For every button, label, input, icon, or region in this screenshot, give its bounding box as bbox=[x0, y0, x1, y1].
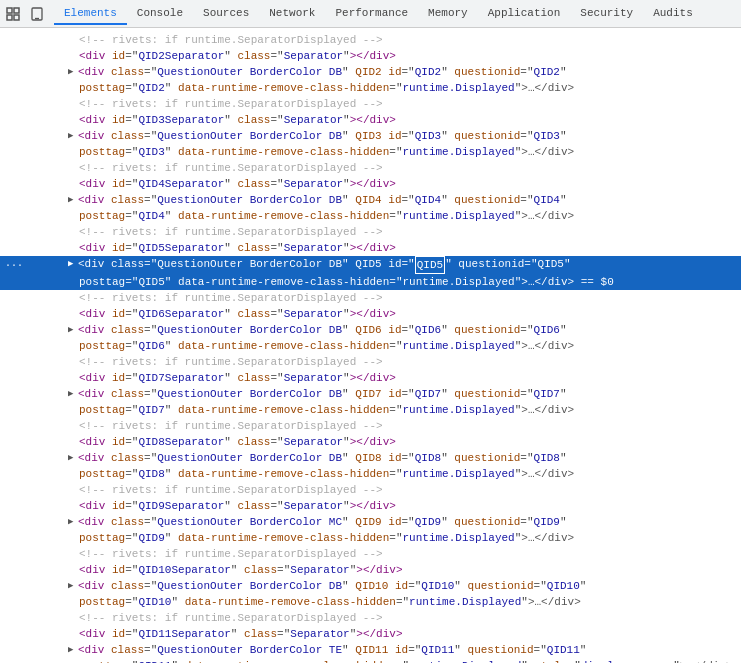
code-line[interactable]: posttag="QID8" data-runtime-remove-class… bbox=[0, 466, 741, 482]
code-line[interactable]: ▶ <div class="QuestionOuter BorderColor … bbox=[0, 450, 741, 466]
code-line[interactable]: posttag="QID2" data-runtime-remove-class… bbox=[0, 80, 741, 96]
code-line[interactable]: <div id="QID8Separator" class="Separator… bbox=[0, 434, 741, 450]
tab-application[interactable]: Application bbox=[478, 3, 571, 25]
code-line[interactable]: <div id="QID10Separator" class="Separato… bbox=[0, 562, 741, 578]
code-line[interactable]: <!-- rivets: if runtime.SeparatorDisplay… bbox=[0, 160, 741, 176]
code-line[interactable]: posttag="QID11" data-runtime-remove-clas… bbox=[0, 658, 741, 663]
code-line[interactable]: <div id="QID4Separator" class="Separator… bbox=[0, 176, 741, 192]
code-line[interactable]: <!-- rivets: if runtime.SeparatorDisplay… bbox=[0, 354, 741, 370]
code-line[interactable]: ▶ <div class="QuestionOuter BorderColor … bbox=[0, 128, 741, 144]
code-line[interactable]: <!-- rivets: if runtime.SeparatorDisplay… bbox=[0, 290, 741, 306]
code-line[interactable]: <!-- rivets: if runtime.SeparatorDisplay… bbox=[0, 224, 741, 240]
svg-rect-0 bbox=[7, 8, 12, 13]
code-line[interactable]: posttag="QID10" data-runtime-remove-clas… bbox=[0, 594, 741, 610]
tab-network[interactable]: Network bbox=[259, 3, 325, 25]
code-line[interactable]: <!-- rivets: if runtime.SeparatorDisplay… bbox=[0, 418, 741, 434]
code-line[interactable]: <!-- rivets: if runtime.SeparatorDisplay… bbox=[0, 96, 741, 112]
svg-rect-3 bbox=[14, 15, 19, 20]
inspect-icon[interactable] bbox=[4, 5, 22, 23]
code-line[interactable]: ▶ <div class="QuestionOuter BorderColor … bbox=[0, 64, 741, 80]
svg-rect-1 bbox=[14, 8, 19, 13]
code-line[interactable]: <!-- rivets: if runtime.SeparatorDisplay… bbox=[0, 610, 741, 626]
code-line[interactable]: <div id="QID11Separator" class="Separato… bbox=[0, 626, 741, 642]
code-line[interactable]: <!-- rivets: if runtime.SeparatorDisplay… bbox=[0, 546, 741, 562]
code-line[interactable]: <div id="QID6Separator" class="Separator… bbox=[0, 306, 741, 322]
device-icon[interactable] bbox=[28, 5, 46, 23]
elements-panel[interactable]: <!-- rivets: if runtime.SeparatorDisplay… bbox=[0, 28, 741, 663]
code-line[interactable]: <div id="QID7Separator" class="Separator… bbox=[0, 370, 741, 386]
tab-console[interactable]: Console bbox=[127, 3, 193, 25]
tab-audits[interactable]: Audits bbox=[643, 3, 703, 25]
selected-code-line-cont[interactable]: posttag="QID5" data-runtime-remove-class… bbox=[0, 274, 741, 290]
tab-sources[interactable]: Sources bbox=[193, 3, 259, 25]
code-line[interactable]: posttag="QID4" data-runtime-remove-class… bbox=[0, 208, 741, 224]
code-line[interactable]: posttag="QID7" data-runtime-remove-class… bbox=[0, 402, 741, 418]
code-line[interactable]: <!-- rivets: if runtime.SeparatorDisplay… bbox=[0, 32, 741, 48]
code-line[interactable]: posttag="QID9" data-runtime-remove-class… bbox=[0, 530, 741, 546]
tab-performance[interactable]: Performance bbox=[325, 3, 418, 25]
tab-elements[interactable]: Elements bbox=[54, 3, 127, 25]
tab-security[interactable]: Security bbox=[570, 3, 643, 25]
code-line[interactable]: ▶ <div class="QuestionOuter BorderColor … bbox=[0, 514, 741, 530]
code-line[interactable]: <div id="QID9Separator" class="Separator… bbox=[0, 498, 741, 514]
tab-memory[interactable]: Memory bbox=[418, 3, 478, 25]
svg-rect-2 bbox=[7, 15, 12, 20]
code-line[interactable]: <div id="QID2Separator" class="Separator… bbox=[0, 48, 741, 64]
code-line[interactable]: ▶ <div class="QuestionOuter BorderColor … bbox=[0, 578, 741, 594]
selected-code-line[interactable]: ... ▶ <div class="QuestionOuter BorderCo… bbox=[0, 256, 741, 274]
code-line[interactable]: ▶ <div class="QuestionOuter BorderColor … bbox=[0, 322, 741, 338]
code-line[interactable]: ▶ <div class="QuestionOuter BorderColor … bbox=[0, 642, 741, 658]
code-line[interactable]: posttag="QID6" data-runtime-remove-class… bbox=[0, 338, 741, 354]
code-line[interactable]: <!-- rivets: if runtime.SeparatorDisplay… bbox=[0, 482, 741, 498]
code-line[interactable]: ▶ <div class="QuestionOuter BorderColor … bbox=[0, 192, 741, 208]
devtools-tab-bar: Elements Console Sources Network Perform… bbox=[0, 0, 741, 28]
code-line[interactable]: posttag="QID3" data-runtime-remove-class… bbox=[0, 144, 741, 160]
code-line[interactable]: <div id="QID3Separator" class="Separator… bbox=[0, 112, 741, 128]
code-line[interactable]: ▶ <div class="QuestionOuter BorderColor … bbox=[0, 386, 741, 402]
code-line[interactable]: <div id="QID5Separator" class="Separator… bbox=[0, 240, 741, 256]
